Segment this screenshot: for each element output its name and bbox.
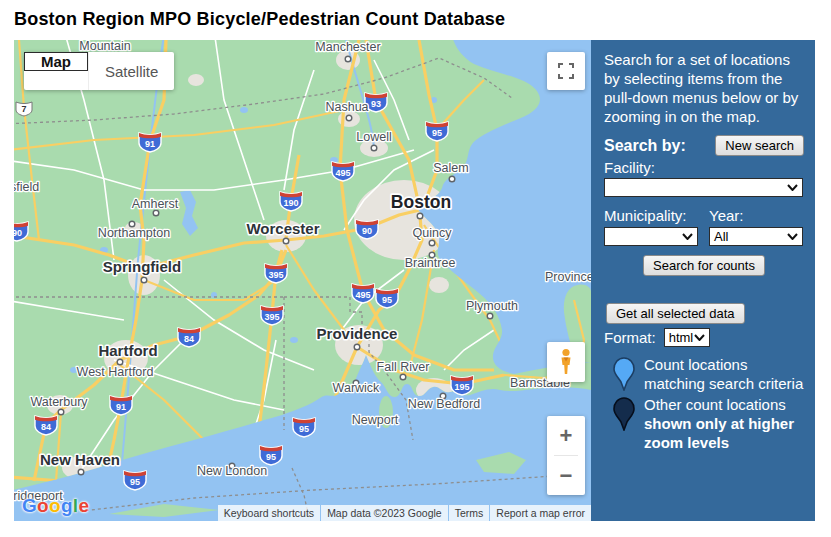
city-dot (283, 238, 289, 244)
chevron-down-icon (694, 334, 709, 341)
svg-text:190: 190 (283, 198, 298, 208)
count-location-marker-icon (604, 355, 644, 393)
city-dot (153, 210, 159, 216)
city-dot (449, 176, 455, 182)
year-label: Year: (709, 207, 803, 224)
city-dot (345, 56, 351, 62)
app-container: 7919193959595959519049549590903953958484… (14, 40, 815, 521)
map-type-satellite-button[interactable]: Satellite (88, 52, 174, 90)
legend-item-other: Other count locations shown only at high… (604, 395, 804, 452)
municipality-select[interactable] (604, 227, 698, 246)
interstate-shield: 395 (265, 264, 287, 283)
terms-link[interactable]: Terms (449, 505, 490, 521)
svg-text:90: 90 (362, 226, 372, 236)
chevron-down-icon (787, 184, 802, 191)
city-label: Manchester (315, 40, 380, 54)
interstate-shield: 195 (451, 376, 473, 395)
svg-text:195: 195 (454, 382, 469, 392)
svg-text:7: 7 (21, 104, 26, 114)
fullscreen-button[interactable] (547, 52, 585, 90)
interstate-shield: 395 (261, 306, 283, 325)
svg-text:495: 495 (355, 290, 370, 300)
city-label: Providence (317, 325, 398, 342)
municipality-label: Municipality: (604, 207, 709, 224)
google-logo-letter: g (61, 495, 73, 516)
page-title: Boston Region MPO Bicycle/Pedestrian Cou… (0, 0, 831, 30)
city-label: Northampton (98, 226, 170, 240)
city-dot (371, 145, 377, 151)
map-type-map-button[interactable]: Map (24, 52, 88, 71)
city-label: Newport (352, 413, 399, 427)
google-logo-letter: e (78, 495, 89, 516)
city-label: Fall River (377, 360, 430, 374)
svg-text:495: 495 (335, 168, 350, 178)
interstate-shield: 84 (35, 416, 57, 435)
svg-text:95: 95 (266, 452, 276, 462)
us-route-shield: 7 (16, 102, 32, 116)
city-label: Provincetown (545, 270, 591, 284)
city-label: Amherst (132, 197, 179, 211)
year-select[interactable]: All (709, 227, 803, 246)
search-sidebar: Search for a set of locations by selecti… (591, 40, 815, 521)
keyboard-shortcuts-button[interactable]: Keyboard shortcuts (218, 505, 320, 521)
svg-text:84: 84 (184, 334, 194, 344)
pegman-control[interactable] (547, 342, 585, 382)
fullscreen-icon (558, 63, 574, 79)
svg-text:395: 395 (264, 312, 279, 322)
interstate-shield: 95 (293, 418, 315, 437)
format-select[interactable]: html (664, 328, 710, 347)
facility-label: Facility: (604, 159, 804, 176)
svg-text:95: 95 (432, 128, 442, 138)
legend-text-matching: Count locations matching search criteria (644, 355, 804, 393)
svg-text:91: 91 (116, 402, 126, 412)
map-canvas[interactable]: 7919193959595959519049549590903953958484… (14, 40, 591, 521)
city-label: Warwick (333, 381, 381, 395)
city-dot (346, 115, 352, 121)
svg-text:95: 95 (130, 477, 140, 487)
svg-text:84: 84 (41, 422, 51, 432)
chevron-down-icon (682, 233, 697, 240)
year-select-value: All (710, 229, 787, 244)
interstate-shield: 91 (110, 396, 132, 415)
interstate-shield: 95 (426, 122, 448, 141)
city-label: New Haven (40, 451, 120, 468)
city-label: New Bedford (408, 397, 480, 411)
get-all-selected-data-button[interactable]: Get all selected data (606, 303, 745, 324)
search-by-label: Search by: (604, 137, 686, 155)
svg-text:95: 95 (299, 424, 309, 434)
legend-item-matching: Count locations matching search criteria (604, 355, 804, 393)
new-search-button[interactable]: New search (715, 135, 804, 156)
zoom-in-button[interactable]: + (547, 416, 585, 455)
sidebar-intro-text: Search for a set of locations by selecti… (604, 50, 804, 126)
zoom-out-button[interactable]: − (547, 456, 585, 495)
city-dot (141, 277, 147, 283)
city-dot (400, 374, 406, 380)
city-dot (429, 240, 435, 246)
city-label: Nashua (325, 100, 368, 114)
google-logo[interactable]: Google (22, 495, 89, 517)
pegman-icon (556, 348, 576, 376)
map-data-copyright[interactable]: Map data ©2023 Google (321, 505, 448, 521)
chevron-down-icon (787, 233, 802, 240)
svg-text:95: 95 (382, 295, 392, 305)
city-label: Hartford (98, 342, 157, 359)
search-for-counts-button[interactable]: Search for counts (643, 255, 765, 276)
city-label: Waterbury (30, 395, 88, 409)
city-dot (117, 359, 123, 365)
interstate-shield: 495 (332, 162, 354, 181)
city-dot (487, 313, 493, 319)
report-map-error-link[interactable]: Report a map error (490, 505, 591, 521)
svg-text:91: 91 (145, 139, 155, 149)
interstate-shield: 95 (124, 471, 146, 490)
legend-text-other-bold: shown only at higher zoom levels (644, 415, 794, 451)
city-dot (417, 213, 423, 219)
city-label: New London (197, 464, 267, 478)
city-label: Worcester (246, 220, 319, 237)
facility-select[interactable] (604, 178, 803, 197)
city-label: Braintree (405, 256, 456, 270)
zoom-control: + − (547, 416, 585, 495)
map-graphic: 7919193959595959519049549590903953958484… (14, 40, 591, 521)
city-label: West Hartford (77, 365, 154, 379)
map-type-control: Map Satellite (24, 52, 174, 90)
interstate-shield: 84 (178, 328, 200, 347)
